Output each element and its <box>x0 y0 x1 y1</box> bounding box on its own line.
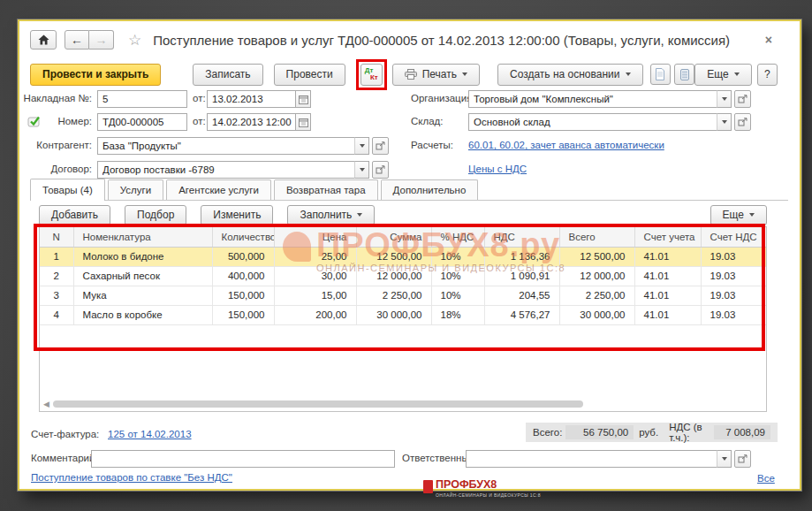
pick-button[interactable]: Подбор <box>125 205 186 225</box>
cell[interactable]: 150,000 <box>212 305 274 324</box>
cell[interactable]: 4 <box>40 305 73 324</box>
cell[interactable]: 10% <box>431 286 484 305</box>
post-and-close-button[interactable]: Провести и закрыть <box>30 64 161 86</box>
document-date-calendar-button[interactable] <box>295 113 311 131</box>
edit-button[interactable]: Изменить <box>201 205 273 225</box>
column-header-6[interactable]: НДС <box>484 227 559 247</box>
cell[interactable]: 2 250,00 <box>559 286 634 305</box>
cell[interactable]: 19.03 <box>701 305 767 324</box>
scroll-left-arrow-icon[interactable]: ◀ <box>43 400 49 408</box>
column-header-1[interactable]: Номенклатура <box>73 227 212 247</box>
cell[interactable]: 25,00 <box>274 247 356 266</box>
cell[interactable]: 2 250,00 <box>356 286 431 305</box>
table-row[interactable]: 2Сахарный песок400,00030,0012 000,0010%1… <box>40 266 767 286</box>
no-vat-receipt-link[interactable]: Поступление товаров по ставке "Без НДС" <box>31 472 232 483</box>
column-header-2[interactable]: Количество <box>212 227 274 247</box>
print-button[interactable]: Печать <box>392 64 480 86</box>
home-button[interactable] <box>30 30 57 50</box>
cell[interactable]: 41.01 <box>634 266 701 286</box>
all-link[interactable]: Все <box>757 473 775 484</box>
forward-button[interactable]: → <box>89 30 114 50</box>
number-input[interactable] <box>97 113 187 131</box>
favorite-star-icon[interactable]: ☆ <box>128 33 141 48</box>
cell[interactable]: 2 <box>40 266 73 286</box>
cell[interactable]: 1 <box>40 247 73 266</box>
cell[interactable]: Масло в коробке <box>73 305 212 324</box>
write-button[interactable]: Записать <box>193 64 262 86</box>
organization-open-button[interactable] <box>734 90 751 108</box>
responsible-input[interactable] <box>466 450 717 468</box>
cell[interactable]: 12 000,00 <box>356 266 431 286</box>
cell[interactable]: 41.01 <box>634 247 701 266</box>
journal-button[interactable] <box>674 64 694 85</box>
cell[interactable]: Мука <box>73 286 212 305</box>
comment-input[interactable] <box>91 450 395 468</box>
cell[interactable]: 400,000 <box>212 266 274 286</box>
column-header-7[interactable]: Всего <box>559 227 634 247</box>
contract-dropdown-button[interactable] <box>355 161 369 179</box>
tab-additional[interactable]: Дополнительно <box>381 179 479 200</box>
responsible-open-button[interactable] <box>734 450 751 468</box>
create-on-base-button[interactable]: Создать на основании <box>497 64 643 86</box>
cell[interactable]: 19.03 <box>701 286 767 305</box>
table-row[interactable]: 4Масло в коробке150,000200,0030 000,0018… <box>40 305 767 324</box>
column-header-0[interactable]: N <box>40 227 73 247</box>
tab-goods[interactable]: Товары (4) <box>30 179 105 201</box>
contract-input[interactable] <box>97 161 355 179</box>
warehouse-input[interactable] <box>468 113 717 131</box>
fill-button[interactable]: Заполнить <box>287 205 375 225</box>
document-list-button[interactable] <box>650 64 671 85</box>
close-icon[interactable]: × <box>765 34 772 46</box>
tab-returnable-packaging[interactable]: Возвратная тара <box>274 179 378 200</box>
cell[interactable]: 12 500,00 <box>559 247 634 266</box>
cell[interactable]: 204,55 <box>484 286 559 305</box>
organization-input[interactable] <box>468 90 717 108</box>
column-header-9[interactable]: Счет НДС <box>701 227 767 247</box>
cell[interactable]: 3 <box>40 286 73 305</box>
tab-agent-services[interactable]: Агентские услуги <box>166 179 271 200</box>
table-row[interactable]: 3Мука150,00015,002 250,0010%204,552 250,… <box>40 286 767 305</box>
counterparty-dropdown-button[interactable] <box>355 137 369 155</box>
cell[interactable]: 41.01 <box>634 286 701 305</box>
document-date-input[interactable] <box>207 113 297 131</box>
table-row[interactable]: 1Молоко в бидоне500,00025,0012 500,0010%… <box>40 247 767 266</box>
cell[interactable]: 30 000,00 <box>559 305 634 324</box>
cell[interactable]: 12 000,00 <box>559 266 634 286</box>
back-button[interactable]: ← <box>65 30 89 50</box>
cell[interactable]: 10% <box>431 247 484 266</box>
contract-open-button[interactable] <box>372 161 389 179</box>
settlements-link[interactable]: 60.01, 60.02, зачет аванса автоматически <box>468 140 664 150</box>
column-header-3[interactable]: Цена <box>274 227 356 247</box>
cell[interactable]: Молоко в бидоне <box>73 247 212 266</box>
cell[interactable]: 1 090,91 <box>484 266 559 286</box>
invoice-date-input[interactable] <box>207 90 297 108</box>
cell[interactable]: 4 576,27 <box>484 305 559 324</box>
add-row-button[interactable]: Добавить <box>39 205 110 225</box>
help-button[interactable]: ? <box>757 64 778 86</box>
cell[interactable]: 500,000 <box>212 247 274 266</box>
responsible-dropdown-button[interactable] <box>717 450 732 468</box>
cell[interactable]: 12 500,00 <box>356 247 431 266</box>
cell[interactable]: 30 000,00 <box>356 305 431 324</box>
tab-services[interactable]: Услуги <box>108 179 163 200</box>
cell[interactable]: 19.03 <box>701 266 767 286</box>
cell[interactable]: 10% <box>431 266 484 286</box>
prices-vat-link[interactable]: Цены с НДС <box>468 164 527 174</box>
horizontal-scrollbar[interactable]: ◀ <box>43 400 763 408</box>
table-more-button[interactable]: Еще <box>710 205 767 225</box>
invoice-facture-link[interactable]: 125 от 14.02.2013 <box>108 429 192 439</box>
warehouse-open-button[interactable] <box>734 113 751 131</box>
cell[interactable]: 15,00 <box>274 286 356 305</box>
cell[interactable]: 19.03 <box>701 247 767 266</box>
cell[interactable]: 200,00 <box>274 305 356 324</box>
column-header-5[interactable]: % НДС <box>431 227 484 247</box>
cell[interactable]: 30,00 <box>274 266 356 286</box>
invoice-number-input[interactable] <box>97 90 187 108</box>
warehouse-dropdown-button[interactable] <box>717 113 732 131</box>
column-header-4[interactable]: Сумма <box>356 227 431 247</box>
cell[interactable]: 41.01 <box>634 305 701 324</box>
counterparty-input[interactable] <box>97 137 355 155</box>
invoice-date-calendar-button[interactable] <box>295 90 311 108</box>
scrollbar-thumb[interactable] <box>53 400 583 408</box>
cell[interactable]: Сахарный песок <box>73 266 212 286</box>
